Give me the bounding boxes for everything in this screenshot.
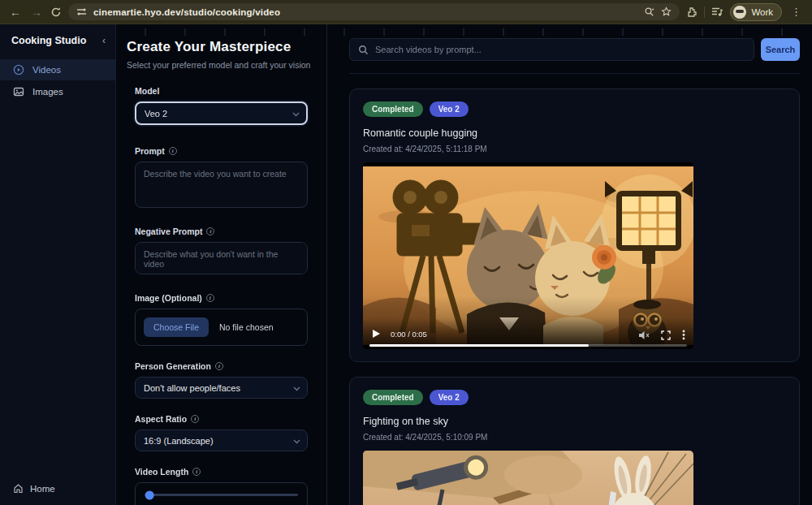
forward-icon[interactable]: → (29, 6, 44, 19)
video-thumbnail-skyfight (363, 451, 693, 505)
video-player[interactable]: 0:00 / 0:05 (363, 162, 693, 349)
person-generation-select[interactable]: Don't allow people/faces (135, 377, 308, 399)
chevron-down-icon (292, 109, 300, 119)
video-menu-icon[interactable] (682, 330, 685, 340)
back-icon[interactable]: ← (8, 6, 23, 19)
video-title: Romantic couple hugging (363, 127, 786, 139)
reload-icon[interactable] (50, 6, 62, 18)
bookmark-star-icon[interactable] (661, 6, 672, 17)
browser-toolbar: ← → cinemartie.hyo.dev/studio/cooking/vi… (0, 0, 812, 24)
prompt-input[interactable] (135, 162, 308, 208)
negative-prompt-label: Negative Prompt (135, 227, 202, 236)
page-title: Create Your Masterpiece (127, 39, 316, 55)
seek-bar[interactable] (369, 344, 687, 347)
aspect-ratio-select[interactable]: 16:9 (Landscape) (135, 429, 308, 451)
search-input-wrapper (349, 38, 754, 61)
search-button[interactable]: Search (761, 38, 800, 61)
search-row: Search (349, 38, 800, 74)
status-badge: Completed (363, 101, 423, 117)
generation-form-panel: Create Your Masterpiece Select your pref… (116, 24, 327, 505)
video-length-label: Video Length (135, 467, 188, 477)
info-icon: i (191, 415, 199, 423)
sidebar-item-label: Images (32, 87, 63, 97)
video-controls: 0:00 / 0:05 (363, 318, 693, 349)
video-length-slider-box: 5s 5 seconds 8s (135, 482, 308, 505)
site-settings-icon[interactable] (76, 6, 87, 17)
info-icon: i (192, 468, 201, 476)
search-input[interactable] (375, 45, 745, 54)
video-time: 0:00 / 0:05 (391, 330, 427, 339)
model-badge: Veo 2 (430, 101, 469, 117)
sidebar-item-images[interactable]: Images (0, 81, 115, 102)
image-optional-label: Image (Optional) (135, 293, 202, 303)
image-icon (13, 86, 24, 97)
app-root: Cooking Studio ‹ Videos Images Home Crea… (0, 24, 812, 505)
home-icon (13, 483, 24, 494)
video-title: Fighting on the sky (363, 416, 786, 427)
play-icon[interactable] (373, 330, 380, 338)
browser-menu-icon[interactable]: ⋮ (788, 6, 804, 18)
info-icon: i (215, 362, 223, 370)
person-generation-label: Person Generation (135, 361, 211, 371)
slider-thumb[interactable] (145, 490, 153, 499)
video-created-at: Created at: 4/24/2025, 5:10:09 PM (363, 433, 786, 442)
file-chosen-status: No file chosen (219, 322, 274, 332)
status-badge: Completed (363, 390, 423, 405)
aspect-ratio-label: Aspect Ratio (135, 414, 187, 424)
avatar (733, 6, 746, 19)
chevron-down-icon (293, 383, 300, 393)
video-card: Completed Veo 2 Fighting on the sky Crea… (349, 377, 800, 505)
search-icon (358, 45, 369, 55)
play-circle-icon (13, 64, 24, 76)
prompt-label: Prompt (135, 146, 165, 156)
model-select[interactable]: Veo 2 (135, 101, 308, 125)
app-title: Cooking Studio (11, 35, 86, 46)
fullscreen-icon[interactable] (661, 330, 671, 340)
profile-chip[interactable]: Work (730, 3, 782, 21)
video-player[interactable] (363, 451, 693, 505)
model-label: Model (135, 86, 159, 96)
media-controls-icon[interactable] (711, 6, 723, 17)
video-card: Completed Veo 2 Romantic couple hugging … (349, 88, 800, 362)
video-created-at: Created at: 4/24/2025, 5:11:18 PM (363, 145, 786, 153)
mute-icon[interactable] (638, 330, 650, 340)
page-subtitle: Select your preferred model and craft yo… (127, 60, 316, 70)
info-icon: i (206, 294, 214, 302)
sidebar-item-label: Videos (32, 65, 61, 75)
address-bar[interactable]: cinemartie.hyo.dev/studio/cooking/video (68, 3, 680, 20)
sidebar-collapse-icon[interactable]: ‹ (102, 35, 106, 46)
toolbar-divider (704, 6, 705, 18)
extensions-icon[interactable] (686, 6, 698, 18)
model-badge: Veo 2 (430, 390, 469, 405)
browser-window: ← → cinemartie.hyo.dev/studio/cooking/vi… (0, 0, 812, 505)
url-text[interactable]: cinemartie.hyo.dev/studio/cooking/video (93, 7, 637, 17)
profile-name: Work (751, 7, 773, 17)
info-icon: i (169, 147, 177, 155)
lens-search-icon[interactable] (644, 6, 654, 17)
chevron-down-icon (293, 436, 300, 446)
sidebar-item-videos[interactable]: Videos (0, 59, 115, 80)
sidebar: Cooking Studio ‹ Videos Images Home (0, 24, 116, 505)
video-results-panel: Search Completed Veo 2 Romantic couple h… (327, 24, 812, 505)
video-length-slider[interactable] (145, 494, 298, 496)
image-file-input: Choose File No file chosen (135, 309, 308, 346)
sidebar-item-home[interactable]: Home (0, 473, 115, 505)
choose-file-button[interactable]: Choose File (144, 317, 209, 337)
info-icon: i (206, 227, 214, 235)
home-label: Home (30, 484, 55, 494)
negative-prompt-input[interactable] (135, 242, 308, 274)
